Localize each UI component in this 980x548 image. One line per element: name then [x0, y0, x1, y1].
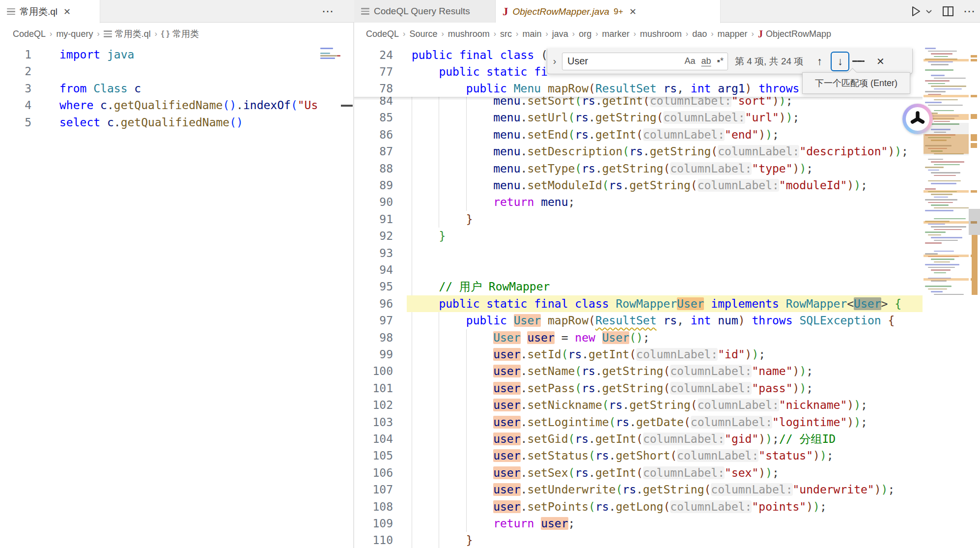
- code-line[interactable]: 104 user.setGid(rs.getInt(columnLabel:"g…: [354, 431, 923, 448]
- code-line[interactable]: 109 return user;: [354, 515, 923, 532]
- find-input[interactable]: User Aa ab ▪*: [562, 53, 728, 70]
- breadcrumb-item[interactable]: org: [579, 29, 591, 39]
- breadcrumb-item[interactable]: CodeQL: [366, 29, 399, 39]
- minimap-match-stripe: [924, 221, 969, 224]
- breadcrumb-separator: ›: [155, 29, 157, 38]
- minimap-line: [934, 294, 964, 295]
- vertical-scrollbar[interactable]: [969, 47, 980, 548]
- find-query-text[interactable]: User: [562, 56, 685, 67]
- left-group-more-icon[interactable]: ⋯: [322, 4, 335, 18]
- close-icon[interactable]: ✕: [62, 5, 72, 18]
- code-line[interactable]: 100 user.setName(rs.getString(columnLabe…: [354, 363, 923, 380]
- editor-left[interactable]: 1import java23from Class c4where c.getQu…: [0, 45, 353, 548]
- breadcrumb-item[interactable]: JObjectRowMapp: [758, 29, 831, 39]
- code-line[interactable]: 89 menu.setModuleId(rs.getString(columnL…: [354, 177, 923, 194]
- line-number: 106: [354, 464, 393, 481]
- code-line[interactable]: 105 user.setStatus(rs.getShort(columnLab…: [354, 447, 923, 464]
- find-results-count: 第 4 项, 共 24 项: [735, 55, 803, 68]
- code-line[interactable]: 88 menu.setType(rs.getString(columnLabel…: [354, 160, 923, 177]
- code-line[interactable]: 96 public static final class RowMapperUs…: [354, 295, 923, 313]
- breadcrumb-item[interactable]: main: [522, 29, 541, 39]
- tooltip-text: 下一个匹配项 (Enter): [815, 77, 897, 89]
- breadcrumb-item[interactable]: dao: [692, 29, 707, 39]
- code-text: import java: [59, 46, 134, 63]
- breadcrumb-label: Source: [409, 29, 437, 39]
- left-minimap[interactable]: [319, 47, 341, 96]
- code-line[interactable]: 90 return menu;: [354, 194, 923, 211]
- breadcrumb: CodeQL›Source›mushroom›src›main›java›org…: [354, 23, 980, 45]
- minimap-line: [928, 180, 961, 182]
- code-line[interactable]: 5select c.getQualifiedName(): [0, 114, 353, 131]
- tab-objectrowmapper-java[interactable]: J ObjectRowMapper.java 9+ ✕: [496, 0, 721, 23]
- editor-right[interactable]: 84 menu.setSort(rs.getInt(columnLabel:"s…: [354, 45, 923, 548]
- next-match-icon[interactable]: ↓: [831, 52, 849, 71]
- code-line[interactable]: 94: [354, 261, 923, 279]
- code-line[interactable]: 91 }: [354, 211, 923, 228]
- scrollbar-thumb[interactable]: [969, 209, 980, 235]
- translate-extension-badge[interactable]: [902, 104, 933, 134]
- breadcrumb-item[interactable]: mushroom: [448, 29, 490, 39]
- overview-match-mark: [971, 134, 977, 141]
- code-text: user.setUnderwrite(rs.getString(columnLa…: [412, 481, 895, 498]
- breadcrumb-item[interactable]: src: [500, 29, 512, 39]
- breadcrumb-item[interactable]: { }常用类: [161, 28, 199, 40]
- code-line[interactable]: 107 user.setUnderwrite(rs.getString(colu…: [354, 481, 923, 498]
- code-line[interactable]: 98 User user = new User();: [354, 329, 923, 346]
- breadcrumb-item[interactable]: Source: [409, 29, 437, 39]
- code-line[interactable]: 85 menu.setUrl(rs.getString(columnLabel:…: [354, 109, 923, 126]
- minimap-line: [925, 231, 946, 233]
- code-line[interactable]: 95 // 用户 RowMapper: [354, 278, 923, 295]
- code-line[interactable]: 92 }: [354, 228, 923, 245]
- code-line[interactable]: 108 user.setPoints(rs.getLong(columnLabe…: [354, 498, 923, 516]
- breadcrumb-item[interactable]: 常用类.ql: [104, 28, 151, 40]
- code-line[interactable]: 2: [0, 63, 353, 80]
- breadcrumb-label: CodeQL: [366, 29, 399, 39]
- tab-label: 常用类.ql: [20, 5, 57, 18]
- find-in-selection-icon[interactable]: [852, 53, 869, 70]
- regex-icon[interactable]: ▪*: [717, 56, 724, 66]
- tab-codeql-query-results[interactable]: CodeQL Query Results: [354, 0, 496, 23]
- code-line[interactable]: 103 user.setLogintime(rs.getDate(columnL…: [354, 414, 923, 431]
- breadcrumb-item[interactable]: CodeQL: [13, 29, 46, 39]
- close-find-icon[interactable]: ✕: [872, 53, 889, 70]
- code-line[interactable]: 99 user.setId(rs.getInt(columnLabel:"id"…: [354, 346, 923, 363]
- line-number: 89: [354, 177, 393, 194]
- whole-word-icon[interactable]: ab: [701, 56, 711, 66]
- minimap-line: [928, 267, 955, 268]
- code-line[interactable]: 86 menu.setEnd(rs.getInt(columnLabel:"en…: [354, 126, 923, 144]
- close-icon[interactable]: ✕: [628, 5, 638, 18]
- previous-match-icon[interactable]: ↑: [811, 53, 828, 70]
- breadcrumb-item[interactable]: mapper: [718, 29, 748, 39]
- minimap-slider[interactable]: [924, 123, 969, 155]
- code-line[interactable]: 93: [354, 245, 923, 262]
- code-line[interactable]: 110 }: [354, 532, 923, 548]
- breadcrumb-item[interactable]: mushroom: [640, 29, 682, 39]
- line-number: 5: [0, 114, 31, 131]
- run-icon[interactable]: [909, 5, 922, 18]
- toggle-replace-chevron-icon[interactable]: ›: [547, 56, 562, 67]
- breadcrumb-item[interactable]: marker: [602, 29, 629, 39]
- minimap-line: [925, 188, 936, 190]
- line-number: 4: [0, 97, 31, 114]
- code-line[interactable]: 97 public User mapRow(ResultSet rs, int …: [354, 312, 923, 329]
- overview-match-mark: [971, 55, 977, 58]
- minimap-line: [934, 88, 962, 90]
- code-text: user.setName(rs.getString(columnLabel:"n…: [412, 363, 813, 379]
- minimap-line: [931, 75, 945, 76]
- more-actions-icon[interactable]: ⋯: [963, 4, 976, 18]
- breadcrumb-item[interactable]: java: [552, 29, 568, 39]
- split-editor-icon[interactable]: [942, 5, 954, 17]
- run-dropdown-chevron-icon[interactable]: [925, 7, 933, 15]
- code-line[interactable]: 87 menu.setDescription(rs.getString(colu…: [354, 143, 923, 160]
- code-line[interactable]: 101 user.setPass(rs.getString(columnLabe…: [354, 380, 923, 397]
- line-number: 88: [354, 160, 393, 177]
- match-case-icon[interactable]: Aa: [685, 56, 696, 66]
- code-line[interactable]: 4where c.getQualifiedName().indexOf("Us: [0, 97, 353, 114]
- code-line[interactable]: 1import java: [0, 46, 353, 63]
- code-line[interactable]: 106 user.setSex(rs.getInt(columnLabel:"s…: [354, 464, 923, 482]
- code-line[interactable]: 3from Class c: [0, 80, 353, 97]
- breadcrumb-item[interactable]: my-query: [56, 29, 93, 39]
- line-number: 3: [0, 80, 31, 97]
- tab-changyonglei-ql[interactable]: 常用类.ql ✕: [0, 0, 100, 23]
- code-line[interactable]: 102 user.setNickname(rs.getString(column…: [354, 397, 923, 414]
